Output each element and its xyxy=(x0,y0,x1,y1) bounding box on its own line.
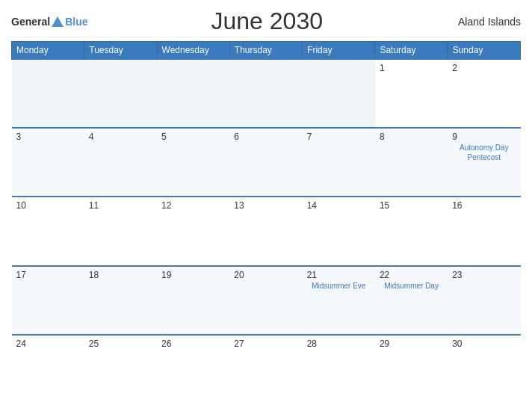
weekday-saturday: Saturday xyxy=(375,42,448,60)
calendar-cell: 8 xyxy=(375,128,448,197)
calendar-cell xyxy=(12,59,84,128)
week-row-1: 12 xyxy=(12,59,521,128)
event-label: Midsummer Day xyxy=(380,282,443,290)
calendar-cell: 27 xyxy=(229,335,302,404)
calendar-cell: 6 xyxy=(229,128,302,197)
calendar-cell: 7 xyxy=(303,128,375,197)
calendar-table: MondayTuesdayWednesdayThursdayFridaySatu… xyxy=(11,41,521,404)
calendar-cell: 16 xyxy=(448,197,520,265)
weekday-header-row: MondayTuesdayWednesdayThursdayFridaySatu… xyxy=(12,42,521,60)
calendar-cell: 10 xyxy=(12,197,84,265)
calendar-cell: 23 xyxy=(448,266,520,335)
weekday-tuesday: Tuesday xyxy=(84,42,157,60)
day-number: 14 xyxy=(307,200,371,211)
logo: General Blue xyxy=(11,16,87,28)
day-number: 19 xyxy=(161,270,225,280)
calendar-cell xyxy=(229,59,302,128)
day-number: 27 xyxy=(234,339,297,349)
week-row-4: 1718192021Midsummer Eve22Midsummer Day23 xyxy=(12,266,521,335)
calendar-cell xyxy=(84,59,157,128)
day-number: 29 xyxy=(380,339,443,349)
calendar-cell xyxy=(303,59,375,128)
day-number: 5 xyxy=(161,132,225,142)
event-label: Pentecost xyxy=(452,153,516,161)
day-number: 17 xyxy=(16,270,80,280)
weekday-sunday: Sunday xyxy=(448,42,520,60)
calendar-cell: 25 xyxy=(84,335,157,404)
day-number: 11 xyxy=(89,200,152,211)
weekday-monday: Monday xyxy=(12,42,84,60)
calendar-cell: 9Autonomy DayPentecost xyxy=(448,128,520,197)
calendar-cell: 1 xyxy=(375,59,448,128)
event-label: Midsummer Eve xyxy=(307,282,371,290)
day-number: 26 xyxy=(161,339,225,349)
logo-triangle-icon xyxy=(52,16,64,27)
calendar-cell: 4 xyxy=(84,128,157,197)
day-number: 7 xyxy=(307,132,371,142)
day-number: 15 xyxy=(380,200,443,211)
calendar-cell: 3 xyxy=(12,128,84,197)
calendar-cell: 12 xyxy=(157,197,229,265)
logo-blue: Blue xyxy=(65,16,87,28)
calendar-cell: 29 xyxy=(375,335,448,404)
weekday-thursday: Thursday xyxy=(229,42,302,60)
day-number: 13 xyxy=(234,200,297,211)
week-row-3: 10111213141516 xyxy=(12,197,521,265)
region-label: Aland Islands xyxy=(446,16,521,28)
day-number: 6 xyxy=(234,132,297,142)
weekday-wednesday: Wednesday xyxy=(157,42,229,60)
calendar-cell: 17 xyxy=(12,266,84,335)
calendar-cell: 11 xyxy=(84,197,157,265)
week-row-2: 3456789Autonomy DayPentecost xyxy=(12,128,521,197)
day-number: 30 xyxy=(452,339,516,349)
day-number: 23 xyxy=(452,270,516,280)
calendar-cell xyxy=(157,59,229,128)
calendar-cell: 5 xyxy=(157,128,229,197)
day-number: 20 xyxy=(234,270,297,280)
calendar-cell: 19 xyxy=(157,266,229,335)
day-number: 2 xyxy=(452,63,516,73)
calendar-cell: 2 xyxy=(448,59,520,128)
day-number: 9 xyxy=(452,132,516,142)
calendar-title: June 2030 xyxy=(87,7,446,35)
day-number: 10 xyxy=(16,200,80,211)
calendar-cell: 24 xyxy=(12,335,84,404)
calendar-cell: 28 xyxy=(303,335,375,404)
day-number: 12 xyxy=(161,200,225,211)
day-number: 3 xyxy=(16,132,80,142)
calendar-cell: 18 xyxy=(84,266,157,335)
calendar-cell: 20 xyxy=(229,266,302,335)
calendar-cell: 14 xyxy=(303,197,375,265)
calendar-page: General Blue June 2030 Aland Islands Mon… xyxy=(0,0,532,411)
event-label: Autonomy Day xyxy=(452,143,516,152)
calendar-cell: 15 xyxy=(375,197,448,265)
day-number: 16 xyxy=(452,200,516,211)
day-number: 22 xyxy=(380,270,443,280)
weekday-friday: Friday xyxy=(303,42,375,60)
day-number: 4 xyxy=(89,132,152,142)
week-row-5: 24252627282930 xyxy=(12,335,521,404)
day-number: 18 xyxy=(89,270,152,280)
calendar-cell: 13 xyxy=(229,197,302,265)
calendar-cell: 22Midsummer Day xyxy=(375,266,448,335)
day-number: 8 xyxy=(380,132,443,142)
day-number: 21 xyxy=(307,270,371,280)
calendar-cell: 26 xyxy=(157,335,229,404)
day-number: 25 xyxy=(89,339,152,349)
day-number: 24 xyxy=(16,339,80,349)
calendar-cell: 30 xyxy=(448,335,520,404)
calendar-header: General Blue June 2030 Aland Islands xyxy=(11,7,521,35)
logo-general: General xyxy=(11,16,50,28)
day-number: 28 xyxy=(307,339,371,349)
day-number: 1 xyxy=(380,63,443,73)
calendar-cell: 21Midsummer Eve xyxy=(303,266,375,335)
